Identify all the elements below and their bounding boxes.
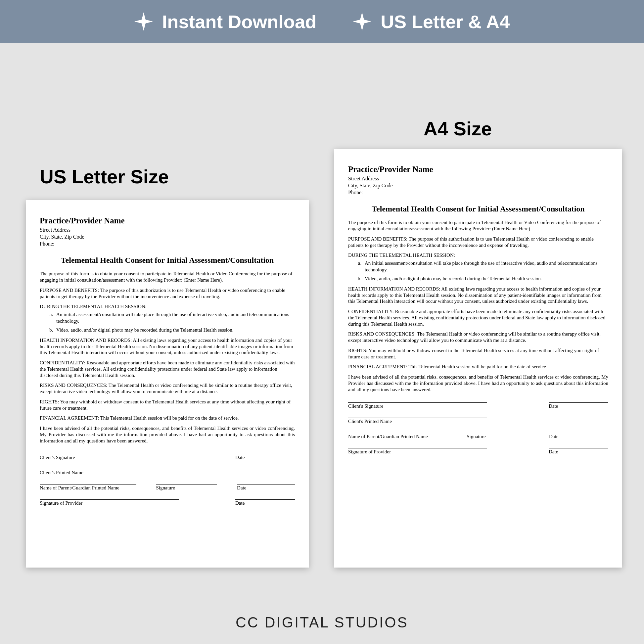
sig-guardian-signature: Signature [467, 433, 529, 439]
sig-date-3: Date [235, 499, 295, 506]
sig-date-3: Date [549, 448, 608, 455]
session-item-a: An initial assessment/consultation will … [363, 260, 608, 273]
sig-client-printed: Client's Printed Name [40, 469, 179, 476]
banner-text-sizes: US Letter & A4 [381, 11, 510, 32]
advised-paragraph: I have been advised of all the potential… [40, 425, 295, 444]
rights-paragraph: RIGHTS: You may withhold or withdraw con… [348, 347, 608, 360]
address-line2: City, State, Zip Code [40, 234, 295, 241]
sig-guardian-name: Name of Parent/Guardian Printed Name [348, 433, 447, 439]
sparkle-icon [134, 12, 153, 31]
risks-paragraph: RISKS AND CONSEQUENCES: The Telemental H… [40, 382, 295, 395]
address-phone: Phone: [348, 189, 608, 196]
banner-text-download: Instant Download [162, 11, 317, 32]
label-usletter-size: US Letter Size [40, 165, 169, 188]
address-line1: Street Address [348, 175, 608, 182]
provider-name: Practice/Provider Name [348, 165, 608, 174]
rights-paragraph: RIGHTS: You may withhold or withdraw con… [40, 399, 295, 411]
document-title: Telemental Health Consent for Initial As… [348, 205, 608, 213]
provider-name: Practice/Provider Name [40, 216, 295, 225]
during-label: DURING THE TELEMENTAL HEALTH SESSION: [40, 303, 295, 310]
purpose-paragraph: PURPOSE AND BENEFITS: The purpose of thi… [348, 236, 608, 249]
signature-area: Client's Signature Date Client's Printed… [348, 402, 608, 455]
advised-paragraph: I have been advised of all the potential… [348, 374, 608, 392]
health-paragraph: HEALTH INFORMATION AND RECORDS: All exis… [40, 337, 295, 356]
signature-area: Client's Signature Date Client's Printed… [40, 454, 295, 506]
document-preview-a4: Practice/Provider Name Street Address Ci… [334, 149, 622, 568]
sig-date-2: Date [549, 433, 608, 439]
sparkle-icon [353, 12, 371, 31]
financial-paragraph: FINANCIAL AGREEMENT: This Telemental Hea… [348, 364, 608, 370]
document-preview-usletter: Practice/Provider Name Street Address Ci… [26, 200, 309, 568]
intro-paragraph: The purpose of this form is to obtain yo… [348, 219, 608, 232]
sig-date-2: Date [237, 484, 295, 491]
session-item-a: An initial assessment/consultation will … [54, 311, 295, 325]
sig-guardian-name: Name of Parent/Guardian Printed Name [40, 484, 136, 491]
sig-date-1: Date [235, 454, 295, 460]
confidentiality-paragraph: CONFIDENTIALITY: Reasonable and appropri… [40, 360, 295, 378]
session-list: An initial assessment/consultation will … [54, 311, 295, 333]
sig-guardian-signature: Signature [156, 484, 217, 491]
content-area: US Letter Size A4 Size Practice/Provider… [0, 43, 644, 606]
sig-client-printed: Client's Printed Name [348, 418, 487, 424]
risks-paragraph: RISKS AND CONSEQUENCES: The Telemental H… [348, 331, 608, 344]
banner-item-download: Instant Download [134, 11, 317, 32]
session-item-b: Video, audio, and/or digital photo may b… [363, 275, 608, 282]
brand-footer: CC DIGITAL STUDIOS [0, 614, 644, 631]
financial-paragraph: FINANCIAL AGREEMENT: This Telemental Hea… [40, 415, 295, 421]
label-a4-size: A4 Size [424, 117, 492, 140]
session-list: An initial assessment/consultation will … [363, 260, 608, 282]
sig-provider: Signature of Provider [348, 448, 487, 455]
confidentiality-paragraph: CONFIDENTIALITY: Reasonable and appropri… [348, 308, 608, 327]
feature-banner: Instant Download US Letter & A4 [0, 0, 644, 43]
sig-provider: Signature of Provider [40, 499, 179, 506]
sig-client-signature: Client's Signature [348, 402, 487, 409]
sig-date-1: Date [549, 402, 608, 409]
during-label: DURING THE TELEMENTAL HEALTH SESSION: [348, 252, 608, 258]
session-item-b: Video, audio, and/or digital photo may b… [54, 327, 295, 333]
health-paragraph: HEALTH INFORMATION AND RECORDS: All exis… [348, 286, 608, 304]
address-phone: Phone: [40, 241, 295, 248]
address-line1: Street Address [40, 227, 295, 234]
intro-paragraph: The purpose of this form is to obtain yo… [40, 271, 295, 283]
sig-client-signature: Client's Signature [40, 454, 179, 460]
document-title: Telemental Health Consent for Initial As… [40, 256, 295, 265]
banner-item-sizes: US Letter & A4 [353, 11, 510, 32]
address-line2: City, State, Zip Code [348, 182, 608, 189]
purpose-paragraph: PURPOSE AND BENEFITS: The purpose of thi… [40, 287, 295, 300]
